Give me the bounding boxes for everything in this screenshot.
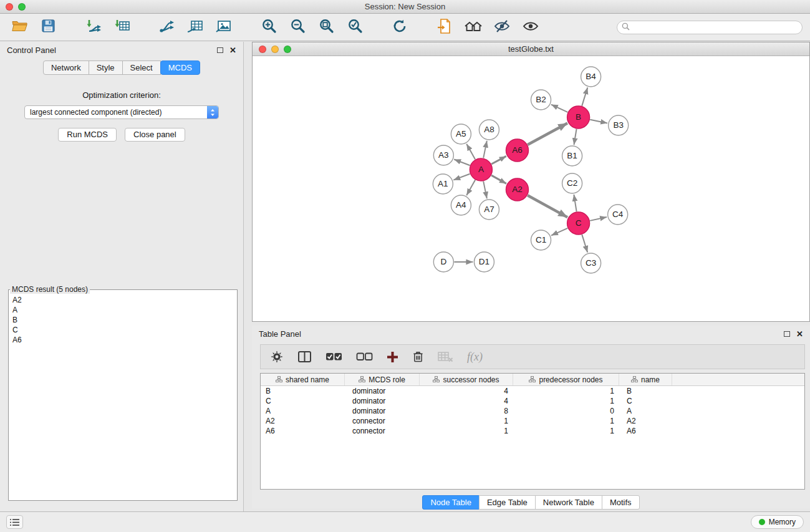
cell-mcds-role[interactable]: connector <box>345 416 420 426</box>
node-C2[interactable]: C2 <box>562 173 582 193</box>
tab-select[interactable]: Select <box>122 60 161 75</box>
node-A2[interactable]: A2 <box>506 178 528 201</box>
tab-node-table[interactable]: Node Table <box>422 495 480 510</box>
edge-B-B3[interactable] <box>590 120 607 123</box>
node-A4[interactable]: A4 <box>451 195 471 215</box>
float-table-panel-button[interactable] <box>784 331 790 337</box>
node-B[interactable]: B <box>567 106 590 128</box>
node-D[interactable]: D <box>433 252 453 272</box>
curved-document-button[interactable] <box>433 16 456 39</box>
tab-network-table[interactable]: Network Table <box>535 495 602 510</box>
column-header-predecessor-nodes[interactable]: predecessor nodes <box>513 374 619 385</box>
hide-details-button[interactable] <box>490 16 514 39</box>
edge-A-A5[interactable] <box>466 144 475 160</box>
cell-predecessor-nodes[interactable]: 0 <box>513 406 619 416</box>
show-details-button[interactable] <box>519 16 542 39</box>
save-session-button[interactable] <box>36 16 60 39</box>
table-row[interactable]: A2connector11A2 <box>261 416 804 426</box>
cell-predecessor-nodes[interactable]: 1 <box>513 416 619 426</box>
edge-A-A3[interactable] <box>454 159 470 165</box>
table-settings-button[interactable] <box>270 350 284 364</box>
zoom-selected-button[interactable] <box>343 16 367 39</box>
column-header-name[interactable]: name <box>619 374 672 385</box>
result-item[interactable]: A6 <box>9 335 237 345</box>
open-session-button[interactable] <box>7 16 31 39</box>
edge-A6-B[interactable] <box>528 123 567 145</box>
edge-B-B1[interactable] <box>574 129 576 145</box>
edge-C-C1[interactable] <box>551 228 567 236</box>
network-close-button[interactable] <box>259 46 266 53</box>
tab-style[interactable]: Style <box>89 60 123 75</box>
cell-name[interactable]: A6 <box>619 426 672 436</box>
import-network-button[interactable] <box>81 16 105 39</box>
cell-predecessor-nodes[interactable]: 1 <box>513 386 619 396</box>
edge-A2-C[interactable] <box>528 195 567 217</box>
cell-shared-name[interactable]: C <box>261 396 345 406</box>
show-columns-button[interactable] <box>297 351 312 363</box>
cell-mcds-role[interactable]: dominator <box>345 386 420 396</box>
cell-successor-nodes[interactable]: 4 <box>420 386 513 396</box>
node-A7[interactable]: A7 <box>479 200 499 220</box>
node-C[interactable]: C <box>567 212 590 235</box>
network-canvas[interactable]: AA6A2BCA5A8A3A1A4A7B4B2B3B1C2C4C1C3DD1 <box>253 56 809 321</box>
network-zoom-button[interactable] <box>284 46 291 53</box>
tab-edge-table[interactable]: Edge Table <box>479 495 536 510</box>
node-A[interactable]: A <box>470 158 492 181</box>
node-A8[interactable]: A8 <box>479 120 499 140</box>
node-B3[interactable]: B3 <box>609 115 629 135</box>
table-row[interactable]: Bdominator41B <box>261 386 804 396</box>
table-row[interactable]: Cdominator41C <box>261 396 804 406</box>
cell-predecessor-nodes[interactable]: 1 <box>513 426 619 436</box>
add-column-button[interactable] <box>387 351 398 363</box>
edge-C-C4[interactable] <box>590 217 607 221</box>
close-panel-button-2[interactable]: Close panel <box>125 128 185 142</box>
export-image-button[interactable] <box>212 16 236 39</box>
toolbar-search[interactable] <box>617 21 803 34</box>
edge-A-A2[interactable] <box>491 175 506 183</box>
new-table-button[interactable] <box>183 16 207 39</box>
new-network-button[interactable] <box>155 16 178 39</box>
cell-name[interactable]: B <box>619 386 672 396</box>
home-views-button[interactable] <box>461 16 485 39</box>
edge-C-C3[interactable] <box>582 235 587 253</box>
tab-network[interactable]: Network <box>43 60 89 75</box>
node-A6[interactable]: A6 <box>506 139 528 162</box>
cell-name[interactable]: A2 <box>619 416 672 426</box>
close-window-button[interactable] <box>6 3 13 11</box>
tab-motifs[interactable]: Motifs <box>602 495 640 510</box>
result-item[interactable]: B <box>9 315 237 325</box>
float-panel-button[interactable] <box>217 47 223 53</box>
result-item[interactable]: A2 <box>9 295 237 305</box>
node-A5[interactable]: A5 <box>451 124 471 144</box>
deselect-all-button[interactable] <box>356 352 373 361</box>
zoom-in-button[interactable] <box>257 16 281 39</box>
criterion-select[interactable]: largest connected component (directed) <box>24 105 219 119</box>
cell-successor-nodes[interactable]: 1 <box>420 416 513 426</box>
edge-A-A7[interactable] <box>483 181 487 199</box>
edge-B-B4[interactable] <box>582 87 587 106</box>
cell-successor-nodes[interactable]: 8 <box>420 406 513 416</box>
node-A3[interactable]: A3 <box>433 145 453 165</box>
cell-shared-name[interactable]: A <box>261 406 345 416</box>
edge-A-A6[interactable] <box>491 156 506 164</box>
cell-name[interactable]: A <box>619 406 672 416</box>
table-row[interactable]: A6connector11A6 <box>261 426 804 436</box>
zoom-fit-button[interactable] <box>314 16 338 39</box>
edge-A-A4[interactable] <box>466 180 475 196</box>
result-item[interactable]: A <box>9 305 237 315</box>
close-table-panel-button[interactable]: ✕ <box>796 330 803 338</box>
cell-shared-name[interactable]: A2 <box>261 416 345 426</box>
table-row[interactable]: Adominator80A <box>261 406 804 416</box>
delete-table-button[interactable] <box>438 351 453 362</box>
node-D1[interactable]: D1 <box>474 252 494 272</box>
cell-mcds-role[interactable]: dominator <box>345 396 420 406</box>
node-B4[interactable]: B4 <box>581 67 601 87</box>
delete-column-button[interactable] <box>412 350 424 364</box>
column-header-shared-name[interactable]: shared name <box>261 374 345 385</box>
node-C1[interactable]: C1 <box>531 230 551 250</box>
cell-mcds-role[interactable]: connector <box>345 426 420 436</box>
cell-shared-name[interactable]: B <box>261 386 345 396</box>
search-input[interactable] <box>633 23 798 32</box>
refresh-button[interactable] <box>388 16 412 39</box>
node-C4[interactable]: C4 <box>608 205 628 225</box>
